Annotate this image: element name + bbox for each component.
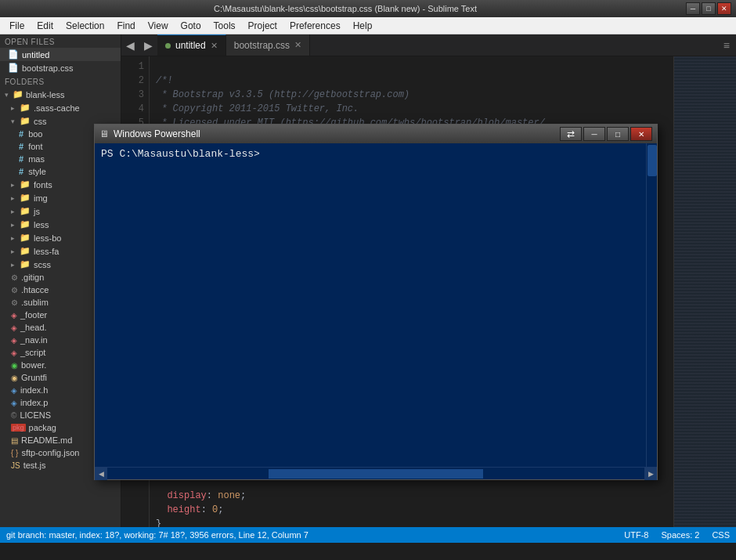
ps-content-row: PS C:\Masaustu\blank-less> (95, 143, 657, 467)
open-files-label: OPEN FILES (0, 34, 121, 48)
html-icon: ◈ (11, 336, 17, 345)
spaces[interactable]: Spaces: 2 (661, 530, 699, 540)
ps-scrollbar-v[interactable] (646, 143, 657, 467)
tab-prev-button[interactable]: ◀ (121, 34, 139, 56)
line-number: 1 (121, 60, 144, 74)
menu-selection[interactable]: Selection (60, 19, 110, 33)
arrow-right-icon: ▸ (11, 221, 15, 229)
md-icon: ▤ (11, 436, 18, 445)
tab-close-icon[interactable]: ✕ (211, 41, 218, 51)
file-name: _head. (20, 323, 47, 332)
file-name: style (28, 167, 46, 176)
menu-help[interactable]: Help (347, 19, 379, 33)
ps-swap-button[interactable]: ⇄ (560, 127, 582, 141)
ps-scroll-right-button[interactable]: ▶ (644, 468, 657, 480)
folder-sass-cache[interactable]: ▸ 📁 .sass-cache (0, 101, 121, 114)
menu-file[interactable]: File (3, 19, 31, 33)
file-name: _footer (20, 310, 47, 320)
ps-minimize-button[interactable]: ─ (583, 127, 605, 141)
status-right: UTF-8 Spaces: 2 CSS (624, 530, 730, 540)
html-icon: ◈ (11, 349, 17, 357)
menu-find[interactable]: Find (110, 19, 141, 33)
html-icon: ◈ (11, 323, 17, 332)
minimize-button[interactable]: ─ (686, 2, 700, 15)
file-name: .htacce (21, 285, 49, 294)
file-name: bower. (21, 360, 46, 370)
minimap-content (674, 56, 736, 527)
tabs-row: ◀ ▶ untitled ✕ bootstrap.css ✕ ≡ (121, 34, 736, 56)
menu-preferences[interactable]: Preferences (283, 19, 347, 33)
encoding[interactable]: UTF-8 (624, 530, 648, 540)
gear-icon: ⚙ (11, 273, 18, 282)
folder-name: css (34, 117, 47, 126)
hash-icon: # (19, 142, 23, 151)
folder-name: less-bo (34, 233, 61, 243)
menu-project[interactable]: Project (242, 19, 283, 33)
arrow-right-icon: ▸ (11, 104, 15, 112)
arrow-right-icon: ▸ (11, 181, 15, 189)
tab-untitled[interactable]: untitled ✕ (157, 34, 226, 56)
menu-edit[interactable]: Edit (31, 19, 60, 33)
folder-icon: 📁 (20, 219, 31, 229)
ps-title-text: Windows Powershell (114, 128, 555, 139)
ps-scrollbar-h[interactable] (107, 468, 644, 479)
menu-view[interactable]: View (142, 19, 175, 33)
ps-bottom-bar: ◀ ▶ (95, 467, 657, 479)
folder-icon: 📁 (20, 103, 31, 113)
json-icon: ◉ (11, 361, 18, 370)
root-folder[interactable]: ▾ 📁 blank-less (0, 88, 121, 101)
gear-icon: ⚙ (11, 286, 18, 294)
line-number: 4 (121, 102, 144, 116)
folder-icon: 📁 (20, 179, 31, 190)
tab-next-button[interactable]: ▶ (139, 34, 157, 56)
ps-scrollbar-thumb-h (269, 469, 483, 479)
hash-icon: # (19, 167, 23, 176)
hash-icon: # (19, 154, 23, 164)
folder-icon: 📁 (20, 193, 31, 203)
ps-scroll-left-button[interactable]: ◀ (95, 468, 107, 480)
menu-tools[interactable]: Tools (207, 19, 242, 33)
file-icon: 📄 (8, 63, 19, 73)
ps-close-button[interactable]: ✕ (630, 127, 652, 141)
folder-icon: 📁 (20, 259, 31, 269)
folder-name: img (34, 193, 48, 203)
html-icon: ◈ (11, 311, 17, 320)
ps-body[interactable]: PS C:\Masaustu\blank-less> (95, 143, 646, 467)
file-name: README.md (21, 435, 72, 445)
ps-scrollbar-thumb (648, 145, 657, 176)
arrow-right-icon: ▸ (11, 234, 15, 242)
syntax[interactable]: CSS (712, 530, 730, 540)
ps-controls: ⇄ ─ □ ✕ (560, 127, 652, 141)
sidebar-open-file-untitled[interactable]: 📄 untitled (0, 48, 121, 61)
file-name: _nav.in (20, 335, 48, 345)
arrow-right-icon: ▸ (11, 194, 15, 202)
tab-close-icon[interactable]: ✕ (294, 40, 301, 50)
ps-restore-button[interactable]: □ (607, 127, 629, 141)
close-button[interactable]: ✕ (717, 2, 731, 15)
powershell-window: 🖥 Windows Powershell ⇄ ─ □ ✕ PS C:\Masau… (94, 124, 658, 480)
folder-name: less-fa (34, 247, 59, 256)
file-name: Gruntfi (21, 373, 47, 382)
file-name: LICENS (20, 410, 51, 420)
sidebar-open-file-bootstrap[interactable]: 📄 bootstrap.css (0, 61, 121, 74)
menu-goto[interactable]: Goto (175, 19, 207, 33)
folder-name: scss (34, 260, 51, 269)
file-name: index.h (20, 385, 48, 395)
file-name: font (28, 142, 42, 151)
grunt-icon: ◉ (11, 374, 18, 382)
folder-name: js (34, 207, 40, 216)
minimap (673, 56, 736, 527)
hash-icon: # (19, 129, 23, 139)
html-icon: ◈ (11, 386, 17, 395)
folder-name: less (34, 220, 49, 229)
tab-bootstrap[interactable]: bootstrap.css ✕ (226, 34, 310, 56)
line-number: 2 (121, 74, 144, 88)
file-name: _script (20, 348, 45, 357)
arrow-right-icon: ▸ (11, 208, 15, 215)
file-name: index.p (20, 398, 48, 407)
json-icon: { } (11, 449, 18, 457)
file-name: test.js (23, 461, 46, 470)
maximize-button[interactable]: □ (702, 2, 716, 15)
tab-menu-button[interactable]: ≡ (717, 39, 736, 52)
file-name: sftp-config.json (21, 448, 79, 457)
